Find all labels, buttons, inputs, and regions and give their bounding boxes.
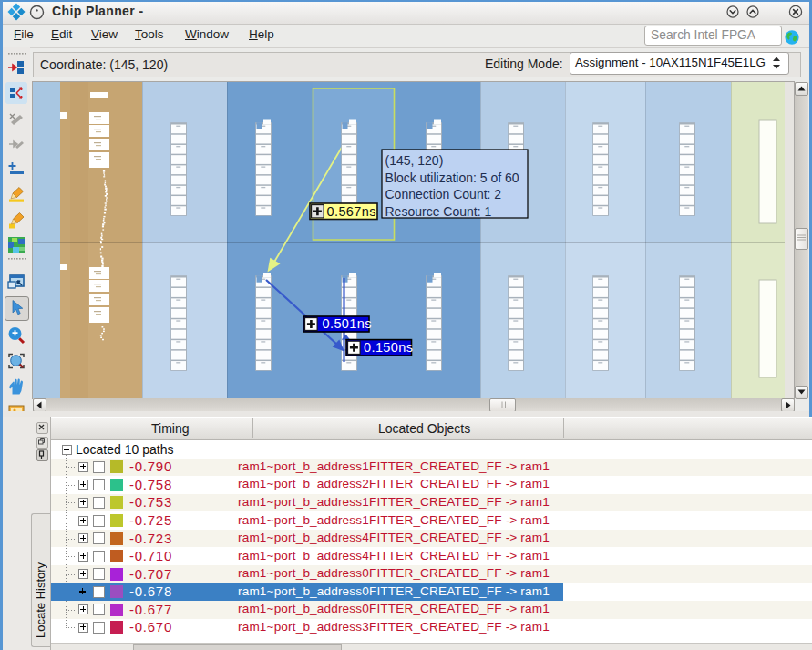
svg-text:0.150ns: 0.150ns: [364, 340, 413, 355]
svg-text:0.567ns: 0.567ns: [327, 204, 376, 219]
svg-text:Connection Count: 2: Connection Count: 2: [385, 187, 502, 201]
svg-text:Resource Count: 1: Resource Count: 1: [385, 204, 492, 219]
svg-text:0.501ns: 0.501ns: [323, 316, 372, 331]
svg-text:(145, 120): (145, 120): [385, 153, 444, 168]
svg-text:Block utilization: 5 of 60: Block utilization: 5 of 60: [385, 170, 519, 185]
